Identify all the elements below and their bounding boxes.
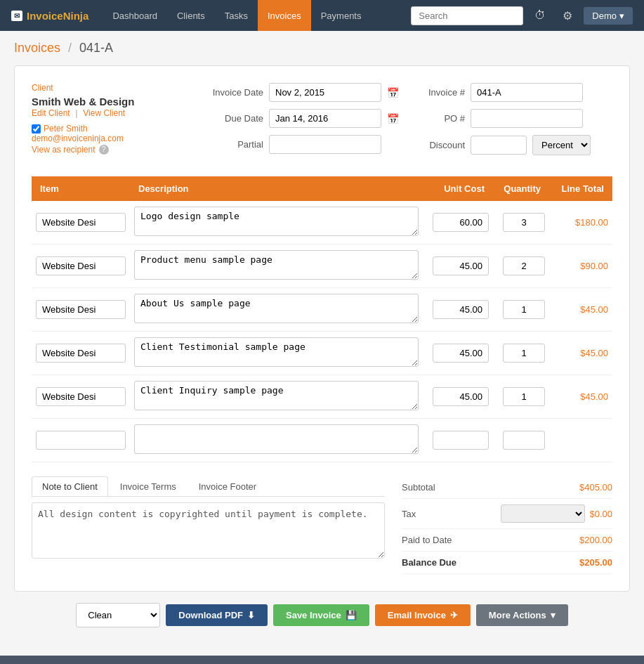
partial-input[interactable] (269, 135, 381, 154)
table-row: About Us sample page $45.00 (32, 288, 612, 332)
breadcrumb-parent[interactable]: Invoices (14, 41, 60, 55)
demo-label: Demo (592, 11, 617, 21)
download-pdf-button[interactable]: Download PDF ⬇ (166, 604, 268, 626)
po-input[interactable] (471, 109, 583, 128)
row-cost-cell (423, 332, 493, 375)
invoice-date-label: Invoice Date (200, 87, 263, 98)
breadcrumb-current: 041-A (79, 41, 113, 55)
client-section: Client Smith Web & Design Edit Client | … (32, 83, 186, 162)
more-actions-button[interactable]: More Actions ▾ (476, 604, 568, 626)
navbar-right: ⏱ ⚙ Demo ▾ (411, 6, 633, 25)
contact-name: Peter Smith (44, 124, 88, 134)
row-qty-cell (493, 288, 549, 332)
view-recipient-link[interactable]: View as recipient (32, 145, 96, 155)
client-name: Smith Web & Design (32, 96, 186, 108)
breadcrumb-separator: / (68, 41, 75, 55)
unit-cost-input[interactable] (433, 300, 489, 319)
item-input[interactable] (36, 387, 126, 406)
nav-tasks[interactable]: Tasks (215, 0, 258, 31)
page-content: Client Smith Web & Design Edit Client | … (0, 65, 644, 656)
description-textarea[interactable]: Client Testimonial sample page (134, 337, 419, 367)
partial-label: Partial (200, 139, 263, 150)
row-line-total: $45.00 (549, 375, 612, 419)
view-client-link[interactable]: View Client (83, 108, 125, 118)
due-date-calendar-icon[interactable]: 📅 (387, 113, 399, 124)
nav-invoices[interactable]: Invoices (258, 0, 311, 31)
table-row (32, 419, 612, 462)
clock-icon[interactable]: ⏱ (529, 6, 551, 25)
unit-cost-input[interactable] (433, 344, 489, 363)
description-textarea[interactable]: Product menu sample page (134, 250, 419, 280)
demo-button[interactable]: Demo ▾ (584, 7, 633, 25)
description-textarea[interactable] (134, 424, 419, 454)
item-input[interactable] (36, 300, 126, 319)
quantity-input[interactable] (503, 431, 545, 450)
row-desc-cell (130, 419, 423, 462)
quantity-input[interactable] (503, 344, 545, 363)
quantity-input[interactable] (503, 300, 545, 319)
gear-icon[interactable]: ⚙ (557, 6, 578, 25)
row-desc-cell: Client Testimonial sample page (130, 332, 423, 375)
discount-type-select[interactable]: Percent Amount (532, 135, 591, 155)
brand-icon: ✉ (11, 11, 22, 21)
brand-text: InvoiceNinja (27, 10, 88, 22)
item-input[interactable] (36, 431, 126, 450)
description-textarea[interactable]: Client Inquiry sample page (134, 381, 419, 410)
quantity-input[interactable] (503, 256, 545, 275)
tax-select[interactable] (501, 504, 585, 523)
save-icon: 💾 (346, 610, 357, 620)
tab-note-to-client[interactable]: Note to Client (32, 476, 108, 496)
search-input[interactable] (411, 6, 523, 25)
dates-section: Invoice Date 📅 Due Date 📅 Partial (200, 83, 388, 162)
brand: ✉ InvoiceNinja (11, 10, 88, 22)
email-invoice-button[interactable]: Email Invoice ✈ (375, 604, 471, 626)
notes-textarea[interactable]: All design content is copyrighted until … (32, 502, 385, 559)
tab-invoice-terms[interactable]: Invoice Terms (110, 476, 187, 496)
unit-cost-input[interactable] (433, 213, 489, 232)
row-cost-cell (423, 419, 493, 462)
partial-group: Partial (200, 135, 388, 154)
row-line-total: $90.00 (549, 245, 612, 288)
save-invoice-button[interactable]: Save Invoice 💾 (273, 604, 369, 626)
contact-checkbox[interactable] (32, 124, 41, 134)
row-item-cell (32, 375, 130, 419)
client-links: Edit Client | View Client (32, 108, 186, 118)
row-item-cell (32, 332, 130, 375)
subtotal-row: Subtotal $405.00 (402, 476, 612, 499)
quantity-input[interactable] (503, 213, 545, 232)
unit-cost-input[interactable] (433, 256, 489, 275)
theme-select[interactable]: Clean Modern Bold (76, 603, 160, 627)
unit-cost-input[interactable] (433, 387, 489, 406)
col-quantity: Quantity (493, 176, 549, 201)
totals-section: Subtotal $405.00 Tax $0.00 Paid to Date … (402, 476, 612, 574)
invoice-date-calendar-icon[interactable]: 📅 (387, 87, 399, 98)
row-line-total (549, 419, 612, 462)
description-textarea[interactable]: About Us sample page (134, 294, 419, 323)
unit-cost-input[interactable] (433, 431, 489, 450)
due-date-input[interactable] (269, 109, 381, 128)
dark-footer (0, 656, 644, 664)
item-input[interactable] (36, 344, 126, 363)
subtotal-value: $405.00 (579, 482, 612, 493)
table-row: Client Inquiry sample page $45.00 (32, 375, 612, 419)
client-contact: Peter Smith demo@invoiceninja.com View a… (32, 124, 186, 155)
nav-clients[interactable]: Clients (167, 0, 215, 31)
tab-invoice-footer[interactable]: Invoice Footer (188, 476, 267, 496)
invoice-date-input[interactable] (269, 83, 381, 102)
info-icon: ? (99, 145, 109, 155)
row-line-total: $45.00 (549, 332, 612, 375)
paid-value: $200.00 (579, 535, 612, 545)
item-input[interactable] (36, 256, 126, 275)
item-input[interactable] (36, 213, 126, 232)
nav-payments[interactable]: Payments (311, 0, 372, 31)
description-textarea[interactable]: Logo design sample (134, 207, 419, 236)
invoice-ref-section: Invoice # PO # Discount Percent Amount (402, 83, 612, 162)
discount-input[interactable] (471, 136, 527, 155)
nav-dashboard[interactable]: Dashboard (103, 0, 167, 31)
brand-ninja: Ninja (63, 10, 89, 22)
edit-client-link[interactable]: Edit Client (32, 108, 70, 118)
row-qty-cell (493, 201, 549, 245)
view-recipient-row: View as recipient ? (32, 145, 186, 155)
invoice-num-input[interactable] (471, 83, 583, 102)
quantity-input[interactable] (503, 387, 545, 406)
